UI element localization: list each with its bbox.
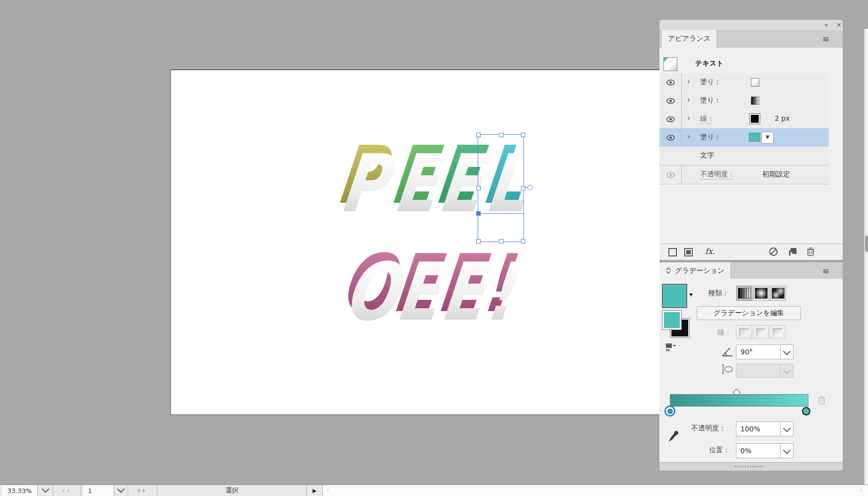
appearance-row-fill-1[interactable]: › 塗り :: [659, 73, 829, 92]
gradient-stop-right[interactable]: [802, 407, 810, 415]
opacity-value[interactable]: 初期設定: [762, 170, 790, 179]
angle-dropdown-button[interactable]: [781, 344, 794, 359]
clear-appearance-icon[interactable]: [769, 247, 778, 256]
handle-bottom-center[interactable]: [499, 239, 504, 244]
opacity-label: 不透明度 :: [691, 424, 723, 433]
angle-icon: [722, 346, 733, 359]
status-tool-field[interactable]: 選択: [157, 485, 307, 496]
opacity-dropdown-button[interactable]: [781, 421, 794, 436]
word-art-oee[interactable]: O O E E E E ! !: [328, 244, 541, 353]
fill-swatch-teal[interactable]: [749, 133, 760, 142]
vertical-scroll-thumb[interactable]: [865, 236, 868, 252]
artboard-number-field[interactable]: 1: [83, 485, 114, 496]
angle-input[interactable]: 90°: [736, 344, 781, 359]
tab-appearance[interactable]: アピアランス: [662, 30, 717, 48]
artboard-dropdown-button[interactable]: [114, 485, 128, 496]
zoom-dropdown-button[interactable]: [38, 485, 53, 496]
panel-menu-icon[interactable]: ≡: [822, 34, 829, 44]
fill-swatch-dark-gradient[interactable]: [751, 96, 759, 105]
handle-mid-right[interactable]: [521, 186, 525, 190]
zoom-level-field[interactable]: 33.33%: [2, 485, 38, 496]
row-label: 塗り :: [700, 96, 719, 105]
appearance-target-row[interactable]: テキスト: [659, 55, 829, 74]
gradient-slider-bar[interactable]: [670, 394, 808, 407]
duplicate-item-icon[interactable]: [789, 248, 797, 256]
next-last-artboard-buttons[interactable]: ⏵⏵: [128, 485, 157, 496]
text-object-thumbnail: [663, 57, 677, 71]
handle-top-left[interactable]: [476, 133, 481, 137]
stroke-gradient-within-button[interactable]: [736, 325, 752, 339]
panel-dock: « × アピアランス ≡ テキスト › 塗り : › 塗り :: [659, 20, 843, 470]
appearance-row-fill-2[interactable]: › 塗り :: [659, 91, 829, 110]
fill-swatch-white-gradient[interactable]: [751, 78, 759, 86]
text-baseline-indicator: [478, 213, 523, 214]
target-label: テキスト: [695, 59, 723, 68]
eye-icon: [666, 80, 675, 85]
stroke-type-label: 線 :: [718, 328, 729, 337]
stroke-gradient-across-button[interactable]: [770, 325, 786, 339]
position-input[interactable]: 0%: [736, 443, 781, 458]
visibility-toggle[interactable]: [659, 73, 682, 91]
first-previous-artboard-buttons[interactable]: ⏴⏴: [53, 485, 81, 496]
dock-title-bar[interactable]: « ×: [659, 20, 843, 30]
new-stroke-icon[interactable]: [668, 248, 677, 256]
visibility-toggle-dim[interactable]: [659, 165, 682, 184]
position-dropdown-button[interactable]: [781, 443, 794, 458]
scroll-right-icon[interactable]: ›: [860, 487, 862, 494]
horizontal-scrollbar[interactable]: ‹ ›: [323, 485, 868, 496]
eyedropper-icon[interactable]: [666, 428, 680, 446]
collapse-panel-icon[interactable]: «: [824, 21, 828, 29]
handle-bottom-right[interactable]: [521, 239, 525, 244]
appearance-row-fill-teal-selected[interactable]: › 塗り : ▼: [659, 128, 829, 147]
appearance-row-stroke[interactable]: › 線 : 2 px: [659, 110, 829, 129]
vertical-scrollbar[interactable]: [864, 29, 868, 485]
gradient-swatch[interactable]: [662, 284, 687, 308]
eye-icon: [666, 172, 675, 178]
handle-top-right[interactable]: [521, 133, 525, 137]
edit-gradient-button[interactable]: グラデーションを編集: [697, 306, 801, 320]
radial-gradient-icon: [755, 288, 768, 299]
opacity-input[interactable]: 100%: [736, 421, 781, 436]
delete-item-icon[interactable]: [806, 247, 815, 256]
row-label: 塗り :: [700, 78, 719, 86]
panel-collapse-icon[interactable]: [665, 267, 671, 274]
swatch-dropdown-button[interactable]: ▼: [761, 132, 774, 144]
swatch-menu-arrow-icon[interactable]: ▼: [689, 292, 693, 297]
gradient-type-radial-button[interactable]: [753, 286, 769, 301]
visibility-toggle[interactable]: [659, 110, 682, 128]
opacity-link[interactable]: 不透明度 :: [700, 170, 732, 179]
panel-menu-icon[interactable]: ≡: [822, 266, 829, 276]
gradient-tab-label: グラデーション: [675, 266, 724, 275]
stroke-swatch-black[interactable]: [750, 114, 760, 124]
type-label: 種類 :: [708, 289, 726, 298]
fill-proxy[interactable]: [662, 311, 681, 330]
handle-bottom-left[interactable]: [476, 239, 481, 244]
scroll-left-icon[interactable]: ‹: [327, 487, 329, 494]
visibility-toggle[interactable]: [659, 128, 682, 147]
stroke-gradient-along-button[interactable]: [753, 325, 769, 339]
chevron-right-icon[interactable]: ›: [687, 77, 690, 86]
chevron-right-icon[interactable]: ›: [687, 95, 690, 104]
chevron-right-icon[interactable]: ›: [687, 132, 690, 141]
stroke-weight[interactable]: 2 px: [775, 114, 790, 122]
new-fill-icon[interactable]: [684, 248, 693, 256]
handle-top-center[interactable]: [499, 133, 504, 137]
new-effect-icon[interactable]: fx.: [705, 247, 715, 256]
reverse-gradient-icon[interactable]: [665, 343, 676, 353]
chevron-right-icon[interactable]: ›: [687, 114, 690, 123]
selection-bounding-box[interactable]: [478, 134, 524, 242]
close-panel-icon[interactable]: ×: [836, 21, 842, 29]
rotate-handle[interactable]: [527, 185, 533, 190]
tab-gradient[interactable]: グラデーション: [659, 262, 731, 279]
gradient-stop-left-selected[interactable]: [664, 406, 675, 416]
dock-resize-bar[interactable]: [659, 462, 843, 471]
gradient-type-freeform-button[interactable]: [770, 286, 786, 301]
handle-mid-left[interactable]: [476, 186, 481, 190]
appearance-row-opacity[interactable]: 不透明度 : 初期設定: [659, 165, 829, 184]
stroke-link[interactable]: 線 :: [700, 114, 712, 124]
aspect-ratio-icon: [721, 363, 734, 377]
visibility-toggle[interactable]: [659, 91, 682, 110]
appearance-row-characters[interactable]: 文字: [659, 147, 829, 165]
gradient-type-linear-button[interactable]: [736, 286, 752, 301]
status-menu-arrow-button[interactable]: ▶: [307, 485, 323, 496]
